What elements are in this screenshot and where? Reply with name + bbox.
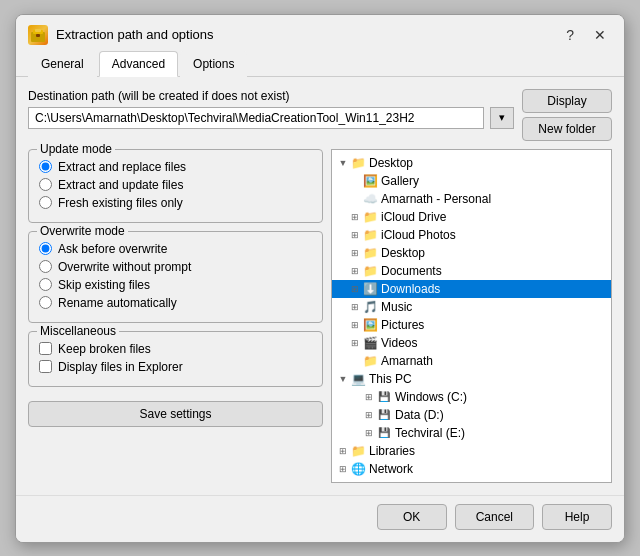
tree-item-desktop-root[interactable]: ▼ 📁 Desktop bbox=[332, 154, 611, 172]
tree-label: iCloud Drive bbox=[381, 210, 446, 224]
overwrite-option-1[interactable]: Overwrite without prompt bbox=[39, 260, 312, 274]
misc-option-1[interactable]: Display files in Explorer bbox=[39, 360, 312, 374]
help-btn[interactable]: Help bbox=[542, 504, 612, 530]
expand-icon: ⊞ bbox=[348, 300, 362, 314]
tree-item-d-drive[interactable]: ⊞ 💾 Data (D:) bbox=[332, 406, 611, 424]
tree-label: Desktop bbox=[381, 246, 425, 260]
tree-item-documents[interactable]: ⊞ 📁 Documents bbox=[332, 262, 611, 280]
update-radio-0[interactable] bbox=[39, 160, 52, 173]
tree-item-downloads[interactable]: ⊞ ⬇️ Downloads bbox=[332, 280, 611, 298]
misc-check-1[interactable] bbox=[39, 360, 52, 373]
misc-check-label-1: Display files in Explorer bbox=[58, 360, 183, 374]
ok-btn[interactable]: OK bbox=[377, 504, 447, 530]
tree-item-icloud-drive[interactable]: ⊞ 📁 iCloud Drive bbox=[332, 208, 611, 226]
tree-item-icloud-photos[interactable]: ⊞ 📁 iCloud Photos bbox=[332, 226, 611, 244]
update-label-2: Fresh existing files only bbox=[58, 196, 183, 210]
svg-rect-2 bbox=[35, 29, 41, 32]
main-area: Update mode Extract and replace files Ex… bbox=[28, 149, 612, 483]
left-panel: Update mode Extract and replace files Ex… bbox=[28, 149, 323, 483]
close-btn[interactable]: ✕ bbox=[588, 25, 612, 45]
dest-section: Destination path (will be created if doe… bbox=[28, 89, 612, 141]
tree-item-gallery[interactable]: 🖼️ Gallery bbox=[332, 172, 611, 190]
tree-item-pictures[interactable]: ⊞ 🖼️ Pictures bbox=[332, 316, 611, 334]
update-mode-label: Update mode bbox=[37, 142, 115, 156]
overwrite-label-1: Overwrite without prompt bbox=[58, 260, 191, 274]
overwrite-option-3[interactable]: Rename automatically bbox=[39, 296, 312, 310]
update-option-0[interactable]: Extract and replace files bbox=[39, 160, 312, 174]
expand-icon: ⊞ bbox=[362, 408, 376, 422]
tree-item-music[interactable]: ⊞ 🎵 Music bbox=[332, 298, 611, 316]
expand-icon bbox=[348, 174, 362, 188]
folder-icon: 📁 bbox=[362, 263, 378, 279]
tree-label: Desktop bbox=[369, 156, 413, 170]
update-label-0: Extract and replace files bbox=[58, 160, 186, 174]
folder-icon: 📁 bbox=[350, 443, 366, 459]
help-title-btn[interactable]: ? bbox=[560, 25, 580, 45]
drive-icon: 💾 bbox=[376, 407, 392, 423]
tree-item-this-pc[interactable]: ▼ 💻 This PC bbox=[332, 370, 611, 388]
new-folder-btn[interactable]: New folder bbox=[522, 117, 612, 141]
dialog-icon bbox=[28, 25, 48, 45]
misc-option-0[interactable]: Keep broken files bbox=[39, 342, 312, 356]
pc-icon: 💻 bbox=[350, 371, 366, 387]
tree-item-libraries[interactable]: ⊞ 📁 Libraries bbox=[332, 442, 611, 460]
extraction-dialog: Extraction path and options ? ✕ General … bbox=[15, 14, 625, 543]
display-btn[interactable]: Display bbox=[522, 89, 612, 113]
title-bar-right: ? ✕ bbox=[560, 25, 612, 45]
tab-advanced[interactable]: Advanced bbox=[99, 51, 178, 77]
dialog-footer: OK Cancel Help bbox=[16, 495, 624, 542]
tab-general[interactable]: General bbox=[28, 51, 97, 77]
tree-item-network[interactable]: ⊞ 🌐 Network bbox=[332, 460, 611, 478]
misc-check-0[interactable] bbox=[39, 342, 52, 355]
misc-check-label-0: Keep broken files bbox=[58, 342, 151, 356]
tree-label: This PC bbox=[369, 372, 412, 386]
update-radio-1[interactable] bbox=[39, 178, 52, 191]
tree-item-videos[interactable]: ⊞ 🎬 Videos bbox=[332, 334, 611, 352]
overwrite-option-2[interactable]: Skip existing files bbox=[39, 278, 312, 292]
tree-label: Network bbox=[369, 462, 413, 476]
expand-icon: ⊞ bbox=[348, 210, 362, 224]
overwrite-radio-1[interactable] bbox=[39, 260, 52, 273]
update-mode-group: Update mode Extract and replace files Ex… bbox=[28, 149, 323, 223]
cancel-btn[interactable]: Cancel bbox=[455, 504, 534, 530]
folder-orange-icon: 📁 bbox=[362, 353, 378, 369]
overwrite-option-0[interactable]: Ask before overwrite bbox=[39, 242, 312, 256]
expand-icon bbox=[348, 354, 362, 368]
tab-options[interactable]: Options bbox=[180, 51, 247, 77]
update-option-2[interactable]: Fresh existing files only bbox=[39, 196, 312, 210]
tree-item-personal[interactable]: ☁️ Amarnath - Personal bbox=[332, 190, 611, 208]
video-icon: 🎬 bbox=[362, 335, 378, 351]
tree-label: Downloads bbox=[381, 282, 440, 296]
tree-label: Amarnath - Personal bbox=[381, 192, 491, 206]
tree-item-amarnath[interactable]: 📁 Amarnath bbox=[332, 352, 611, 370]
file-tree[interactable]: ▼ 📁 Desktop 🖼️ Gallery ☁️ Amarnath - Per… bbox=[331, 149, 612, 483]
expand-icon: ⊞ bbox=[336, 444, 350, 458]
tree-item-c-drive[interactable]: ⊞ 💾 Windows (C:) bbox=[332, 388, 611, 406]
expand-icon: ⊞ bbox=[362, 390, 376, 404]
action-btns: Display New folder bbox=[522, 89, 612, 141]
tree-item-e-drive[interactable]: ⊞ 💾 Techviral (E:) bbox=[332, 424, 611, 442]
network-icon: 🌐 bbox=[350, 461, 366, 477]
overwrite-radio-2[interactable] bbox=[39, 278, 52, 291]
title-bar: Extraction path and options ? ✕ bbox=[16, 15, 624, 51]
expand-icon: ⊞ bbox=[348, 246, 362, 260]
tree-label: Videos bbox=[381, 336, 417, 350]
svg-rect-3 bbox=[36, 34, 40, 37]
tree-item-desktop[interactable]: ⊞ 📁 Desktop bbox=[332, 244, 611, 262]
overwrite-mode-group: Overwrite mode Ask before overwrite Over… bbox=[28, 231, 323, 323]
misc-group: Miscellaneous Keep broken files Display … bbox=[28, 331, 323, 387]
expand-icon: ⊞ bbox=[348, 282, 362, 296]
drive-icon: 💾 bbox=[376, 425, 392, 441]
tree-label: Data (D:) bbox=[395, 408, 444, 422]
overwrite-radio-3[interactable] bbox=[39, 296, 52, 309]
tree-label: Techviral (E:) bbox=[395, 426, 465, 440]
dest-dropdown-btn[interactable]: ▾ bbox=[490, 107, 514, 129]
save-settings-btn[interactable]: Save settings bbox=[28, 401, 323, 427]
tree-label: Windows (C:) bbox=[395, 390, 467, 404]
update-radio-2[interactable] bbox=[39, 196, 52, 209]
overwrite-radio-0[interactable] bbox=[39, 242, 52, 255]
dest-input[interactable] bbox=[28, 107, 484, 129]
expand-icon: ⊞ bbox=[362, 426, 376, 440]
update-option-1[interactable]: Extract and update files bbox=[39, 178, 312, 192]
misc-label: Miscellaneous bbox=[37, 324, 119, 338]
